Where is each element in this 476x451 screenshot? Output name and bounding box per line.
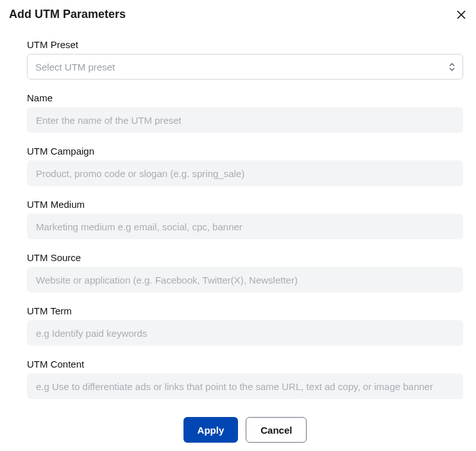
- label-name: Name: [27, 92, 463, 103]
- label-utm-content: UTM Content: [27, 359, 463, 370]
- label-utm-preset: UTM Preset: [27, 39, 463, 50]
- input-utm-source[interactable]: [27, 267, 463, 293]
- input-utm-content[interactable]: [27, 373, 463, 399]
- modal-title: Add UTM Parameters: [9, 8, 126, 21]
- chevron-updown-icon: [449, 63, 455, 71]
- modal-header: Add UTM Parameters: [9, 8, 467, 21]
- field-utm-source: UTM Source: [27, 252, 463, 293]
- label-utm-term: UTM Term: [27, 305, 463, 316]
- input-utm-term[interactable]: [27, 320, 463, 346]
- field-utm-preset: UTM Preset Select UTM preset: [27, 39, 463, 80]
- label-utm-medium: UTM Medium: [27, 199, 463, 210]
- field-utm-content: UTM Content: [27, 359, 463, 399]
- select-utm-preset[interactable]: Select UTM preset: [27, 54, 463, 80]
- field-utm-medium: UTM Medium: [27, 199, 463, 239]
- modal-actions: Apply Cancel: [27, 417, 463, 443]
- label-utm-source: UTM Source: [27, 252, 463, 263]
- select-utm-preset-placeholder: Select UTM preset: [35, 62, 115, 72]
- field-name: Name: [27, 92, 463, 133]
- utm-form: UTM Preset Select UTM preset Name UTM Ca…: [9, 39, 467, 443]
- input-name[interactable]: [27, 107, 463, 133]
- field-utm-campaign: UTM Campaign: [27, 146, 463, 186]
- close-icon[interactable]: [455, 9, 467, 21]
- input-utm-medium[interactable]: [27, 214, 463, 239]
- input-utm-campaign[interactable]: [27, 160, 463, 186]
- apply-button[interactable]: Apply: [183, 417, 239, 443]
- field-utm-term: UTM Term: [27, 305, 463, 346]
- label-utm-campaign: UTM Campaign: [27, 146, 463, 157]
- cancel-button[interactable]: Cancel: [246, 417, 307, 443]
